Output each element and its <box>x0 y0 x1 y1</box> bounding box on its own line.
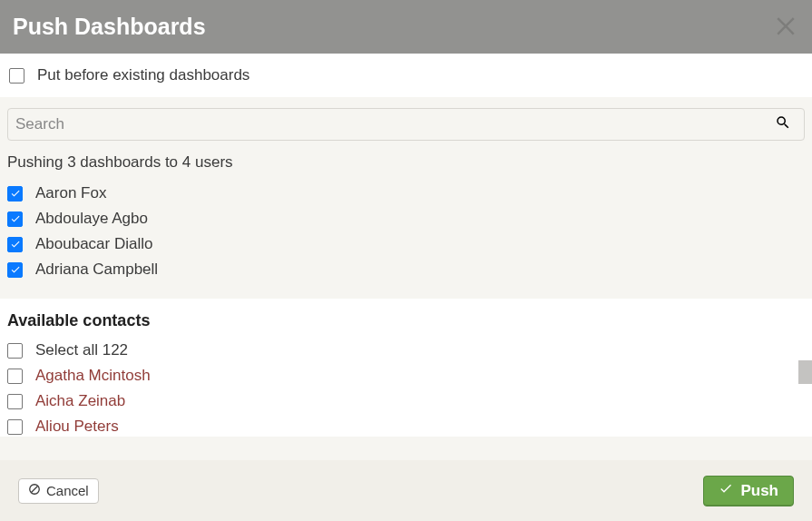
selected-users-list: Aaron Fox Abdoulaye Agbo Aboubacar Diall… <box>7 181 805 299</box>
svg-line-1 <box>32 487 38 493</box>
check-icon <box>719 481 733 500</box>
dialog-footer: Cancel Push <box>0 460 812 521</box>
dialog-titlebar: Push Dashboards <box>0 0 812 54</box>
selected-user-row[interactable]: Adriana Campbell <box>7 257 805 282</box>
contact-checkbox[interactable] <box>7 394 23 409</box>
contact-name[interactable]: Agatha Mcintosh <box>35 367 151 385</box>
cancel-icon <box>28 483 41 498</box>
user-checkbox[interactable] <box>7 186 23 202</box>
user-name: Aaron Fox <box>35 184 106 202</box>
put-before-label: Put before existing dashboards <box>37 66 249 84</box>
search-icon[interactable] <box>762 114 804 134</box>
scrollbar-thumb[interactable] <box>798 360 812 384</box>
available-contact-row[interactable]: Aliou Peters <box>7 414 805 437</box>
search-input[interactable] <box>8 115 762 133</box>
available-contact-row[interactable]: Agatha Mcintosh <box>7 363 805 388</box>
body-section: Pushing 3 dashboards to 4 users Aaron Fo… <box>0 97 812 299</box>
dialog-title: Push Dashboards <box>13 14 206 40</box>
contact-checkbox[interactable] <box>7 369 23 384</box>
select-all-row[interactable]: Select all 122 <box>7 338 805 363</box>
options-section: Put before existing dashboards <box>0 54 812 97</box>
selected-user-row[interactable]: Aaron Fox <box>7 181 805 206</box>
put-before-checkbox[interactable] <box>9 68 24 84</box>
available-heading: Available contacts <box>7 311 805 330</box>
status-text: Pushing 3 dashboards to 4 users <box>7 141 805 181</box>
contact-name[interactable]: Aliou Peters <box>35 418 119 436</box>
user-name: Abdoulaye Agbo <box>35 210 148 228</box>
available-contacts-list: Select all 122 Agatha Mcintosh Aicha Zei… <box>7 338 805 437</box>
available-contact-row[interactable]: Aicha Zeinab <box>7 388 805 414</box>
available-contacts-section: Available contacts Select all 122 Agatha… <box>0 299 812 437</box>
push-button[interactable]: Push <box>703 476 794 506</box>
put-before-checkbox-row[interactable]: Put before existing dashboards <box>9 66 803 84</box>
select-all-checkbox[interactable] <box>7 343 23 359</box>
contact-name[interactable]: Aicha Zeinab <box>35 392 125 410</box>
push-label: Push <box>740 482 778 500</box>
select-all-label: Select all 122 <box>35 341 128 359</box>
user-name: Adriana Campbell <box>35 260 158 279</box>
search-field-wrap <box>7 108 805 141</box>
user-name: Aboubacar Diallo <box>35 235 152 253</box>
user-checkbox[interactable] <box>7 237 23 252</box>
cancel-button[interactable]: Cancel <box>18 478 99 504</box>
user-checkbox[interactable] <box>7 211 23 227</box>
close-icon[interactable] <box>772 11 799 38</box>
user-checkbox[interactable] <box>7 262 23 278</box>
contact-checkbox[interactable] <box>7 419 23 435</box>
cancel-label: Cancel <box>46 483 89 498</box>
selected-user-row[interactable]: Aboubacar Diallo <box>7 231 805 257</box>
selected-user-row[interactable]: Abdoulaye Agbo <box>7 206 805 231</box>
